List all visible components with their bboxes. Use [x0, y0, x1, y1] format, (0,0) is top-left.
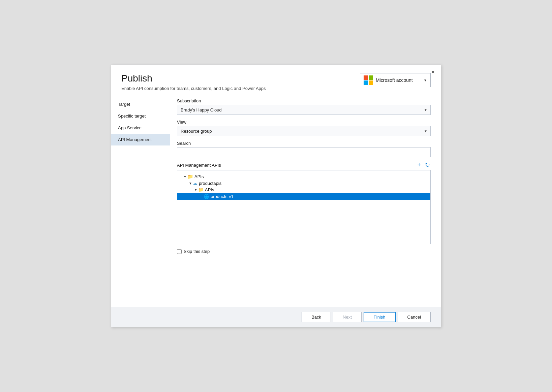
view-group: View Resource group	[177, 120, 431, 136]
subscription-label: Subscription	[177, 98, 431, 103]
ms-logo-blue	[364, 80, 368, 85]
view-select[interactable]: Resource group	[177, 126, 431, 136]
ms-logo-yellow	[369, 80, 373, 85]
subscription-group: Subscription Brady's Happy Cloud	[177, 98, 431, 115]
account-chevron-icon: ▼	[424, 78, 427, 82]
tree-node-apis-sub[interactable]: ▼ 📁 APIs	[177, 187, 430, 193]
publish-dialog: × Publish Enable API consumption for tea…	[111, 65, 441, 327]
dialog-footer: Back Next Finish Cancel	[111, 307, 441, 327]
productapis-label: productapis	[199, 181, 221, 186]
skip-label: Skip this step	[184, 249, 210, 254]
main-content: Subscription Brady's Happy Cloud View Re…	[170, 95, 441, 307]
products-v1-label: products-v1	[211, 194, 234, 199]
dialog-header: Publish Enable API consumption for teams…	[111, 65, 441, 95]
dialog-body: Target Specific target App Service API M…	[111, 95, 441, 307]
tree-node-products-v1[interactable]: 🌐 products-v1	[177, 193, 430, 200]
skip-checkbox[interactable]	[177, 249, 182, 254]
back-button[interactable]: Back	[302, 312, 331, 322]
search-label: Search	[177, 141, 431, 146]
api-management-actions: + ↻	[417, 162, 431, 168]
skip-section: Skip this step	[177, 249, 431, 254]
close-button[interactable]: ×	[430, 68, 436, 76]
folder-sub-icon: 📁	[198, 187, 204, 192]
cancel-button[interactable]: Cancel	[398, 312, 431, 322]
api-tree: ▼ 📁 APIs ▼ ☁ productapis	[177, 170, 431, 244]
dialog-subtitle: Enable API consumption for teams, custom…	[121, 86, 266, 91]
ms-logo-red	[364, 75, 368, 80]
api-management-section: API Management APIs + ↻ ▼ 📁 APIs	[177, 162, 431, 244]
refresh-button[interactable]: ↻	[424, 162, 431, 168]
api-management-header: API Management APIs + ↻	[177, 162, 431, 168]
dialog-title: Publish	[121, 73, 266, 84]
globe-icon: 🌐	[204, 194, 209, 199]
sidebar-item-target[interactable]: Target	[111, 98, 170, 110]
apis-root-label: APIs	[194, 174, 204, 179]
sidebar-item-app-service[interactable]: App Service	[111, 122, 170, 134]
account-selector[interactable]: Microsoft account ▼	[360, 73, 431, 87]
account-label: Microsoft account	[376, 77, 421, 83]
microsoft-logo-icon	[364, 75, 373, 85]
ms-logo-green	[369, 75, 373, 80]
view-label: View	[177, 120, 431, 125]
cloud-icon: ☁	[193, 181, 197, 186]
subscription-select[interactable]: Brady's Happy Cloud	[177, 105, 431, 115]
sidebar: Target Specific target App Service API M…	[111, 95, 170, 307]
api-management-title: API Management APIs	[177, 163, 221, 168]
search-group: Search	[177, 141, 431, 157]
add-api-button[interactable]: +	[417, 162, 422, 168]
tree-node-productapis[interactable]: ▼ ☁ productapis	[177, 180, 430, 187]
subscription-select-wrapper: Brady's Happy Cloud	[177, 105, 431, 115]
sidebar-item-specific-target[interactable]: Specific target	[111, 110, 170, 122]
next-button[interactable]: Next	[333, 312, 362, 322]
apis-sub-label: APIs	[205, 187, 214, 192]
search-input[interactable]	[177, 147, 431, 157]
tree-node-apis-root[interactable]: ▼ 📁 APIs	[177, 173, 430, 180]
view-select-wrapper: Resource group	[177, 126, 431, 136]
folder-icon: 📁	[187, 174, 193, 179]
title-area: Publish Enable API consumption for teams…	[121, 73, 266, 91]
sidebar-item-api-management[interactable]: API Management	[111, 134, 170, 145]
finish-button[interactable]: Finish	[364, 312, 396, 322]
